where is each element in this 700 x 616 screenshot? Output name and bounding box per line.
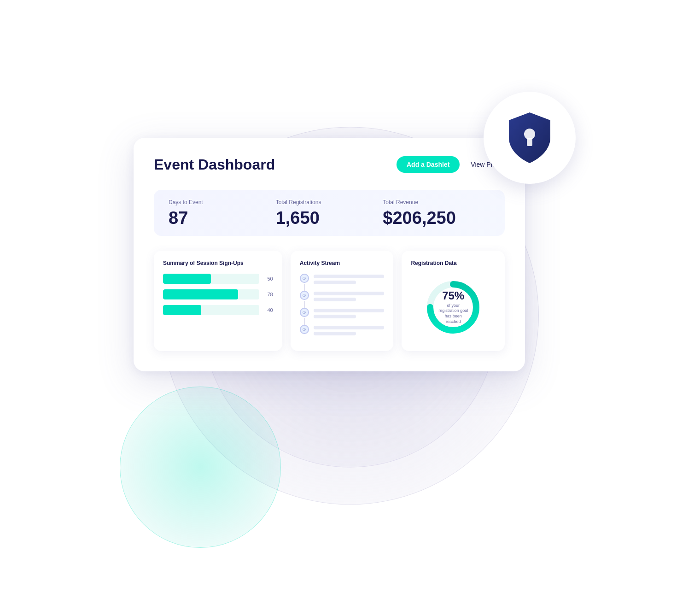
activity-lines-3 [314, 308, 385, 318]
activity-line-g [314, 326, 385, 329]
widget-activity: Activity Stream ◷ ◷ ◷ [291, 251, 394, 351]
stat-rev-value: $206,250 [383, 209, 490, 227]
bar-label-2: 78 [263, 292, 273, 297]
activity-item-2: ◷ [300, 291, 385, 301]
stats-row: Days to Event 87 Total Registrations 1,6… [154, 190, 505, 236]
activity-line-b [314, 281, 356, 284]
bar-row-1: 50 [163, 274, 273, 284]
bar-label-3: 40 [263, 307, 273, 313]
widget-registration-title: Registration Data [411, 260, 456, 266]
donut-percent: 75% [438, 290, 468, 301]
widget-registration: Registration Data [402, 251, 505, 351]
activity-item-3: ◷ [300, 308, 385, 318]
donut-container: 75% of your registration goal has been r… [411, 277, 496, 337]
activity-lines-2 [314, 291, 385, 301]
donut-text: 75% of your registration goal has been r… [438, 290, 468, 324]
svg-rect-1 [527, 138, 532, 146]
stat-reg-label: Total Registrations [276, 199, 383, 205]
widget-sessions: Summary of Session Sign-Ups 50 78 [154, 251, 282, 351]
widget-sessions-title: Summary of Session Sign-Ups [163, 260, 273, 266]
activity-icon-4: ◷ [300, 325, 309, 334]
activity-lines-4 [314, 325, 385, 335]
bar-fill-1 [163, 274, 211, 284]
bar-row-3: 40 [163, 305, 273, 315]
activity-line-c [314, 292, 385, 295]
activity-line-h [314, 332, 356, 335]
bar-fill-2 [163, 289, 238, 299]
stat-rev-label: Total Revenue [383, 199, 490, 205]
bar-row-2: 78 [163, 289, 273, 299]
activity-icon-1: ◷ [300, 274, 309, 283]
donut-sublabel: of your registration goal has been reach… [438, 303, 468, 324]
activity-item-1: ◷ [300, 274, 385, 284]
widgets-row: Summary of Session Sign-Ups 50 78 [154, 251, 505, 351]
activity-icon-3: ◷ [300, 308, 309, 317]
activity-icon-2: ◷ [300, 291, 309, 300]
activity-item-4: ◷ [300, 325, 385, 335]
activity-line-f [314, 315, 356, 318]
bar-label-1: 50 [263, 276, 273, 282]
shield-icon [504, 110, 555, 165]
donut-wrapper: 75% of your registration goal has been r… [423, 277, 483, 337]
bar-fill-3 [163, 305, 201, 315]
activity-line-d [314, 298, 356, 301]
security-badge [484, 92, 576, 184]
activity-lines-1 [314, 274, 385, 284]
stat-total-registrations: Total Registrations 1,650 [276, 199, 383, 227]
dashboard-header: Event Dashboard Add a Dashlet View Profi… [154, 156, 505, 173]
stat-days-to-event: Days to Event 87 [169, 199, 276, 227]
page-title: Event Dashboard [154, 156, 385, 173]
stat-days-label: Days to Event [169, 199, 276, 205]
add-dashlet-button[interactable]: Add a Dashlet [397, 156, 460, 173]
stat-total-revenue: Total Revenue $206,250 [383, 199, 490, 227]
widget-activity-title: Activity Stream [300, 260, 385, 266]
bar-bg-3 [163, 305, 259, 315]
dashboard-card: Event Dashboard Add a Dashlet View Profi… [134, 138, 525, 371]
activity-line-a [314, 275, 385, 278]
bg-decoration-teal [120, 387, 281, 548]
activity-line-e [314, 309, 385, 312]
bar-bg-2 [163, 289, 259, 299]
bar-bg-1 [163, 274, 259, 284]
stat-days-value: 87 [169, 209, 276, 227]
stat-reg-value: 1,650 [276, 209, 383, 227]
